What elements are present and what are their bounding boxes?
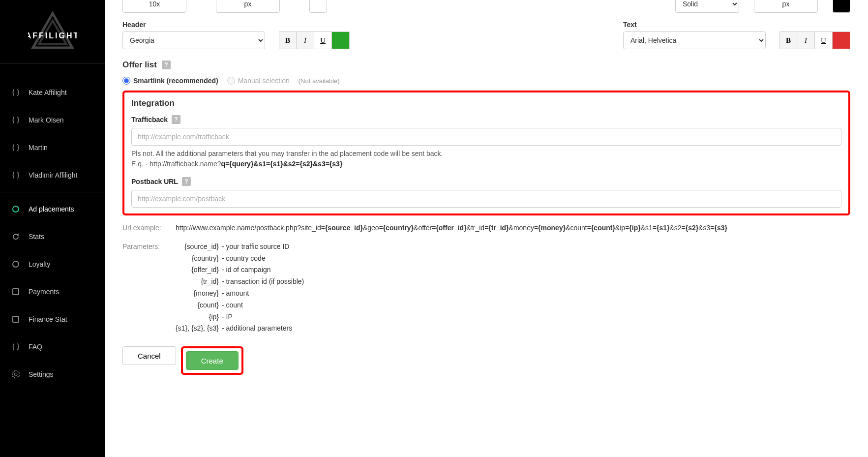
cancel-button[interactable]: Cancel [122,346,176,365]
sidebar-user-3[interactable]: Vladimir Affilight [0,161,105,189]
help-icon[interactable]: ? [182,177,191,186]
square-icon [11,314,21,324]
parameters-list: {source_id} - your traffic source ID{cou… [176,241,304,335]
postback-label: Postback URL [131,178,178,185]
text-color-swatch[interactable] [833,31,850,49]
url-example-label: Url example: [122,222,169,234]
gear-icon [11,369,21,379]
sidebar-user-2[interactable]: Martin [0,134,105,161]
sidebar-item-faq[interactable]: FAQ [0,333,105,361]
param-row: {offer_id} - id of campaign [176,264,304,276]
param-row: {money} - amount [176,288,304,300]
main-content: Solid Header Georgia B I U [105,0,868,457]
svg-text:AFFILIGHT: AFFILIGHT [28,31,77,40]
sidebar-item-settings[interactable]: Settings [0,361,105,388]
braces-icon [11,115,21,125]
sidebar-item-label: Settings [29,370,54,378]
param-desc: - id of campaign [222,264,304,276]
help-icon[interactable]: ? [162,61,171,69]
border-width-input[interactable] [754,0,818,13]
param-row: {tr_id} - transaction id (if possible) [176,276,304,288]
header-font-select[interactable]: Georgia [122,31,265,49]
braces-icon [11,342,21,352]
background-color-swatch[interactable] [309,0,327,13]
param-key: {money} [176,288,222,300]
create-button-highlight: Create [181,346,243,375]
offer-list-title: Offer list [122,60,157,70]
sidebar-item-label: Loyalty [29,260,50,268]
param-row: {s1}, {s2}, {s3} - additional parameters [176,323,304,335]
header-italic-button[interactable]: I [297,31,314,49]
url-example-value: http://www.example.name/postback.php?sit… [176,222,850,234]
padding-input[interactable] [122,0,186,13]
param-desc: - IP [222,311,304,323]
sidebar-user-label: Martin [29,144,48,152]
create-button[interactable]: Create [186,351,239,370]
postback-input[interactable] [131,190,841,208]
param-key: {offer_id} [176,264,222,276]
sidebar-item-label: Finance Stat [29,315,67,323]
integration-title: Integration [131,98,175,108]
sidebar-item-ad-placements[interactable]: Ad placements [0,195,105,223]
text-label: Text [623,21,766,29]
svg-point-3 [13,206,19,212]
not-available-text: (Not available) [299,77,340,85]
header-underline-button[interactable]: U [314,31,332,49]
braces-icon [11,170,21,180]
nav: Kate AffilightMark OlsenMartinVladimir A… [0,64,105,388]
square-icon [11,287,21,297]
integration-section: Integration Trafficback ? Pls not. All t… [122,91,850,215]
help-icon[interactable]: ? [172,115,180,124]
border-style-select[interactable]: Solid [675,0,739,13]
param-desc: - country code [222,253,304,265]
sidebar-item-loyalty[interactable]: Loyalty [0,250,105,278]
trafficback-input[interactable] [131,128,841,146]
param-desc: - count [222,300,304,311]
param-row: {source_id} - your traffic source ID [176,241,304,253]
sidebar-user-label: Kate Affilight [29,89,67,96]
header-color-swatch[interactable] [332,31,350,49]
svg-rect-6 [13,316,19,322]
param-row: {country} - country code [176,253,304,265]
param-key: {source_id} [176,241,222,253]
radio-smartlink[interactable] [122,77,130,85]
text-underline-button[interactable]: U [815,31,833,49]
param-key: {tr_id} [176,276,222,288]
logo: AFFILIGHT [0,0,105,64]
sidebar: AFFILIGHT Kate AffilightMark OlsenMartin… [0,0,105,457]
space-input[interactable] [216,0,280,13]
param-desc: - transaction id (if possible) [222,276,304,288]
sidebar-item-finance-stat[interactable]: Finance Stat [0,305,105,333]
braces-icon [11,143,21,152]
border-color-swatch[interactable] [833,0,850,13]
sidebar-item-stats[interactable]: Stats [0,223,105,250]
header-bold-button[interactable]: B [279,31,297,49]
header-format-group: B I U [279,31,350,49]
text-font-select[interactable]: Arial, Helvetica [623,31,766,49]
parameters-label: Parameters: [122,241,169,335]
sidebar-item-label: Payments [29,288,59,296]
trafficback-label: Trafficback [131,116,168,123]
offer-manual-option: Manual selection [227,77,290,85]
braces-icon [11,88,21,97]
sidebar-user-label: Vladimir Affilight [29,171,77,179]
svg-rect-5 [13,289,19,295]
sidebar-item-label: FAQ [29,343,42,351]
sidebar-user-0[interactable]: Kate Affilight [0,79,105,106]
offer-smartlink-option[interactable]: Smartlink (recommended) [122,77,218,85]
svg-point-4 [13,261,19,267]
sidebar-item-label: Stats [29,233,44,241]
radio-manual [227,77,235,85]
param-desc: - additional parameters [222,323,304,335]
text-bold-button[interactable]: B [779,31,797,49]
param-key: {ip} [176,311,222,323]
text-italic-button[interactable]: I [797,31,815,49]
param-row: {ip} - IP [176,311,304,323]
param-desc: - amount [222,288,304,300]
param-key: {s1}, {s2}, {s3} [176,323,222,335]
refresh-icon [11,232,21,242]
text-format-group: B I U [779,31,850,49]
sidebar-user-1[interactable]: Mark Olsen [0,106,105,134]
sidebar-item-payments[interactable]: Payments [0,278,105,305]
param-row: {count} - count [176,300,304,311]
